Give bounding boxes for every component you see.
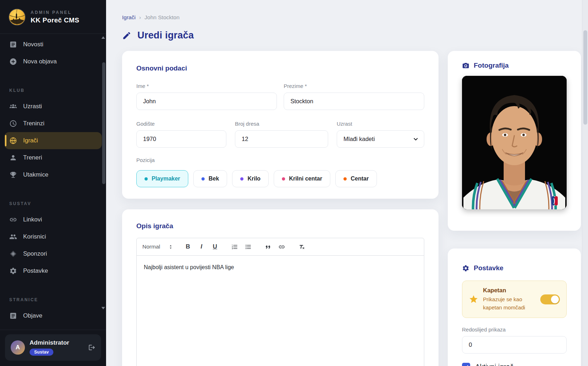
- basic-info-card: Osnovni podaci Ime * Prezime *: [122, 51, 439, 199]
- sidebar-scroll-down-arrow[interactable]: [101, 307, 105, 309]
- italic-button-glyph: I: [201, 243, 203, 250]
- page-scrollbar-thumb[interactable]: [583, 30, 587, 125]
- pencil-icon: [122, 31, 131, 40]
- description-card-title: Opis igrača: [136, 222, 424, 230]
- bullet-list-icon: [245, 244, 252, 250]
- pozicija-chip-bek[interactable]: Bek: [193, 170, 227, 187]
- brand-header: ADMIN PANEL KK Poreč CMS: [0, 0, 106, 34]
- bold-button[interactable]: B: [183, 241, 193, 252]
- ordered-list-icon: [231, 244, 238, 250]
- ime-input[interactable]: [136, 93, 277, 110]
- close-icon[interactable]: [552, 85, 559, 92]
- toggle-knob: [551, 296, 559, 303]
- pozicija-chip-centar[interactable]: Centar: [335, 170, 377, 187]
- blockquote-icon: [265, 244, 272, 250]
- chevron-down-icon: [413, 136, 419, 142]
- description-card: Opis igrača Normal BIU Najbolji asistent…: [122, 209, 439, 366]
- chip-color-dot: [201, 177, 205, 181]
- godiste-input[interactable]: [136, 130, 226, 148]
- editor-toolbar: Normal BIU: [137, 238, 424, 256]
- uzrast-select[interactable]: Mlađi kadeti: [337, 130, 424, 148]
- chip-color-dot: [343, 177, 347, 181]
- app-title: KK Poreč CMS: [31, 16, 79, 24]
- link-button[interactable]: [277, 241, 287, 252]
- bullet-list-button[interactable]: [243, 241, 254, 252]
- sidebar-item-linkovi[interactable]: Linkovi: [4, 211, 102, 228]
- sidebar-footer: A Administrator Sustav: [0, 330, 106, 366]
- sidebar-item-label: Linkovi: [23, 216, 42, 223]
- sidebar-item-uzrasti[interactable]: Uzrasti: [4, 98, 102, 115]
- blockquote-button[interactable]: [263, 241, 274, 252]
- people-icon: [9, 233, 17, 241]
- sidebar-section-klub: KLUB: [9, 88, 102, 93]
- redoslijed-input[interactable]: [462, 336, 567, 354]
- aktivni-checkbox[interactable]: [462, 363, 470, 366]
- sidebar-item-sponzori[interactable]: Sponzori: [4, 245, 102, 262]
- sidebar-item-novosti[interactable]: Novosti: [4, 36, 102, 53]
- pozicija-chip-playmaker[interactable]: Playmaker: [136, 170, 188, 187]
- clear-format-button[interactable]: [296, 241, 307, 252]
- gear-icon: [462, 265, 469, 272]
- star-icon: [469, 294, 478, 304]
- sidebar-scroll-up-arrow[interactable]: [101, 36, 105, 39]
- sidebar-item-treneri[interactable]: Treneri: [4, 149, 102, 166]
- sidebar-item-treninzi[interactable]: Treninzi: [4, 115, 102, 132]
- rich-text-editor: Normal BIU Najbolji asistent u povijesti…: [136, 238, 424, 366]
- user-card[interactable]: A Administrator Sustav: [5, 334, 101, 361]
- chip-color-dot: [145, 177, 148, 181]
- app-window: ADMIN PANEL KK Poreč CMS NovostiNova obj…: [0, 0, 588, 366]
- paragraph-style-value: Normal: [142, 244, 160, 250]
- underline-button[interactable]: U: [210, 241, 220, 252]
- prezime-input[interactable]: [284, 93, 424, 110]
- sidebar-item-label: Objave: [23, 312, 42, 319]
- clock-icon: [9, 120, 17, 127]
- camera-icon: [462, 62, 469, 69]
- sidebar-item-nova-objava[interactable]: Nova objava: [4, 53, 102, 70]
- editor-content[interactable]: Najbolji asistent u povijesti NBA lige: [137, 256, 424, 366]
- sidebar-item-label: Sponzori: [23, 250, 47, 257]
- ordered-list-button[interactable]: [230, 241, 240, 252]
- player-portrait-illustration: [462, 76, 567, 209]
- broj-dresa-input[interactable]: [235, 130, 328, 148]
- sidebar-item-label: Treneri: [23, 154, 42, 161]
- link-icon: [9, 216, 17, 224]
- aktivni-row: Aktivni igrač: [462, 363, 567, 366]
- sidebar-scrollbar-thumb[interactable]: [102, 62, 105, 184]
- paragraph-style-select[interactable]: Normal: [142, 244, 173, 250]
- sidebar-section-sustav: SUSTAV: [9, 201, 102, 206]
- plus-circle-icon: [9, 58, 17, 66]
- groups-icon: [9, 103, 17, 110]
- sidebar-item-igra-i[interactable]: Igrači: [4, 132, 102, 149]
- italic-button[interactable]: I: [196, 241, 207, 252]
- page-scrollbar[interactable]: [582, 0, 588, 366]
- bold-button-glyph: B: [186, 243, 190, 250]
- uzrast-select-value: Mlađi kadeti: [343, 136, 375, 142]
- sidebar-item-postavke[interactable]: Postavke: [4, 262, 102, 279]
- sidebar-item-korisnici[interactable]: Korisnici: [4, 228, 102, 245]
- uzrast-label: Uzrast: [337, 121, 424, 127]
- sidebar-item-utakmice[interactable]: Utakmice: [4, 166, 102, 183]
- kapetan-title: Kapetan: [483, 287, 536, 294]
- breadcrumb-separator: ›: [139, 14, 141, 21]
- breadcrumb: Igrači › John Stockton: [122, 14, 588, 21]
- redoslijed-label: Redoslijed prikaza: [462, 326, 567, 333]
- pozicija-chip-krilo[interactable]: Krilo: [232, 170, 268, 187]
- sidebar-nav: NovostiNova objavaKLUBUzrastiTreninziIgr…: [0, 34, 106, 330]
- user-role-badge: Sustav: [30, 349, 53, 356]
- sidebar-item-objave[interactable]: Objave: [4, 307, 102, 324]
- kapetan-toggle[interactable]: [540, 294, 560, 304]
- user-name: Administrator: [30, 339, 84, 346]
- chip-label: Centar: [351, 176, 369, 182]
- kapetan-description: Prikazuje se kao kapetan momčadi: [483, 295, 536, 312]
- player-photo: [462, 76, 567, 209]
- broj-dresa-label: Broj dresa: [235, 121, 328, 127]
- updown-icon: [168, 244, 173, 250]
- pozicija-chip-krilni-centar[interactable]: Krilni centar: [274, 170, 330, 187]
- gear-icon: [9, 267, 17, 275]
- logout-icon[interactable]: [88, 344, 95, 351]
- ime-label: Ime *: [136, 83, 277, 89]
- check-icon: [463, 364, 469, 366]
- link-icon: [278, 244, 285, 250]
- chip-label: Bek: [209, 176, 219, 182]
- breadcrumb-link-igraci[interactable]: Igrači: [122, 14, 136, 21]
